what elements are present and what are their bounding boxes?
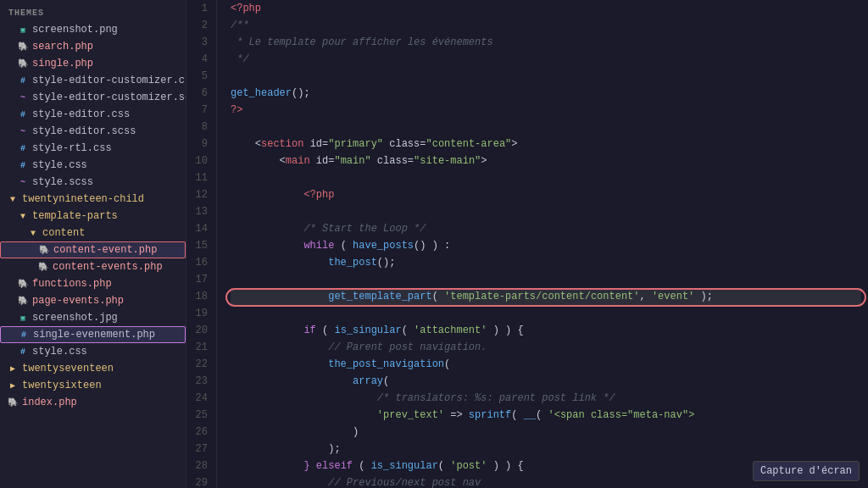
sidebar-item-single-php[interactable]: 🐘single.php — [0, 55, 186, 72]
line-number: 1 — [186, 0, 208, 17]
tree-item-label: screenshot.jpg — [32, 312, 118, 324]
code-token: <?php — [231, 3, 261, 14]
sidebar-item-style-editor-customizer-css[interactable]: #style-editor-customizer.css — [0, 72, 186, 89]
code-line: <main id="main" class="site-main"> — [231, 152, 861, 169]
code-token: ?> — [231, 104, 242, 116]
code-token — [231, 223, 303, 235]
line-number: 23 — [186, 373, 208, 390]
code-token: have_posts — [353, 240, 414, 252]
sidebar-item-twentynineteen-child[interactable]: ▼twentynineteen-child — [0, 191, 186, 208]
code-line — [231, 68, 861, 85]
code-token: /* translators: %s: parent post link */ — [377, 392, 615, 404]
code-token: __ — [524, 409, 536, 421]
code-token: id= — [303, 138, 328, 150]
code-token: /* Start the Loop */ — [303, 223, 426, 235]
code-token: "primary" — [328, 138, 383, 150]
file-tree-sidebar[interactable]: THEMES ▣screenshot.png🐘search.php🐘single… — [0, 0, 186, 488]
code-line — [231, 119, 861, 136]
sidebar-item-index-php[interactable]: 🐘index.php — [0, 394, 186, 411]
code-token: class= — [371, 155, 414, 167]
sidebar-item-style-editor-css[interactable]: #style-editor.css — [0, 106, 186, 123]
line-number: 21 — [186, 339, 208, 356]
sidebar-item-screenshot-png[interactable]: ▣screenshot.png — [0, 21, 186, 38]
sidebar-item-style-editor-customizer-scss[interactable]: ~style-editor-customizer.scss — [0, 89, 186, 106]
sidebar-item-style-rtl-css[interactable]: #style-rtl.css — [0, 140, 186, 157]
tree-item-label: search.php — [32, 41, 93, 53]
code-token: id= — [310, 155, 335, 167]
line-number: 19 — [186, 305, 208, 322]
code-token: ( — [432, 291, 444, 302]
sidebar-item-style-editor-scss[interactable]: ~style-editor.scss — [0, 123, 186, 140]
code-token: ( — [402, 324, 414, 336]
code-token: the_post_navigation — [328, 358, 444, 370]
sidebar-item-page-events-php[interactable]: 🐘page-events.php — [0, 292, 186, 309]
code-token — [231, 341, 328, 353]
sidebar-item-twentyseventeen[interactable]: ▶twentyseventeen — [0, 360, 186, 377]
code-token: ( — [334, 240, 353, 252]
code-line: while ( have_posts() ) : — [231, 237, 861, 254]
line-number: 13 — [186, 203, 208, 220]
code-token: < — [231, 138, 261, 150]
code-line: <?php — [231, 186, 861, 203]
tree-item-label: single.php — [32, 58, 93, 69]
sidebar-item-style-scss[interactable]: ~style.scss — [0, 174, 186, 191]
line-number: 6 — [186, 85, 208, 102]
tree-items: ▣screenshot.png🐘search.php🐘single.php#st… — [0, 21, 186, 411]
tree-item-label: twentyseventeen — [22, 363, 114, 374]
sidebar-item-style-css-child[interactable]: #style.css — [0, 343, 186, 360]
code-token: (); — [377, 257, 396, 269]
line-number: 3 — [186, 34, 208, 51]
code-token: '<span class="meta-nav"> — [548, 409, 695, 421]
sidebar-item-template-parts[interactable]: ▼template-parts — [0, 208, 186, 225]
line-number: 28 — [186, 458, 208, 474]
tree-item-label: content — [42, 227, 85, 239]
code-content: <?php/** * Le template pour afficher les… — [217, 0, 868, 488]
code-line: <?php — [231, 0, 861, 17]
sidebar-item-search-php[interactable]: 🐘search.php — [0, 38, 186, 55]
tree-item-label: style.css — [32, 346, 87, 358]
line-number: 9 — [186, 136, 208, 152]
code-line: // Parent post navigation. — [231, 339, 861, 356]
code-line: ); — [231, 441, 861, 458]
code-line: /* Start the Loop */ — [231, 220, 861, 237]
code-token: ( — [383, 375, 389, 387]
sidebar-item-content-events-php[interactable]: 🐘content-events.php — [0, 258, 186, 275]
tree-item-label: twentysixteen — [22, 380, 102, 391]
code-line — [231, 203, 861, 220]
code-line: array( — [231, 373, 861, 390]
code-token: (); — [292, 87, 310, 99]
code-editor: 1234567891011121314151617181920212223242… — [186, 0, 868, 488]
code-line: get_template_part( 'template-parts/conte… — [231, 288, 861, 305]
code-token: ( — [511, 409, 523, 421]
sidebar-item-style-css[interactable]: #style.css — [0, 157, 186, 174]
code-line: ?> — [231, 102, 861, 119]
line-number: 14 — [186, 220, 208, 237]
sidebar-item-content-event-php[interactable]: 🐘content-event.php — [0, 241, 186, 258]
code-token: /** — [231, 19, 249, 31]
code-token: section — [261, 138, 303, 150]
tree-item-label: style-editor-customizer.scss — [32, 92, 186, 103]
code-line: if ( is_singular( 'attachment' ) ) { — [231, 322, 861, 339]
code-token: */ — [231, 53, 249, 65]
code-line: /** — [231, 17, 861, 34]
code-token: ) ) { — [487, 324, 523, 336]
code-token: > — [481, 155, 487, 167]
code-token: < — [231, 155, 286, 167]
sidebar-item-screenshot-jpg[interactable]: ▣screenshot.jpg — [0, 309, 186, 326]
code-token: sprintf — [469, 409, 511, 421]
code-token: ( — [438, 460, 450, 472]
line-number: 22 — [186, 356, 208, 373]
line-number: 11 — [186, 169, 208, 186]
sidebar-item-twentysixteen[interactable]: ▶twentysixteen — [0, 377, 186, 394]
code-token — [231, 324, 303, 336]
code-token — [231, 426, 353, 438]
code-token: => — [444, 409, 469, 421]
code-token: main — [286, 155, 310, 167]
line-number: 29 — [186, 474, 208, 488]
sidebar-item-single-evenement-php[interactable]: #single-evenement.php — [0, 326, 186, 343]
tree-item-label: style.scss — [32, 176, 93, 188]
sidebar-header: THEMES — [0, 3, 186, 21]
sidebar-item-functions-php[interactable]: 🐘functions.php — [0, 275, 186, 292]
sidebar-item-content[interactable]: ▼content — [0, 225, 186, 241]
tree-item-label: functions.php — [32, 278, 112, 290]
